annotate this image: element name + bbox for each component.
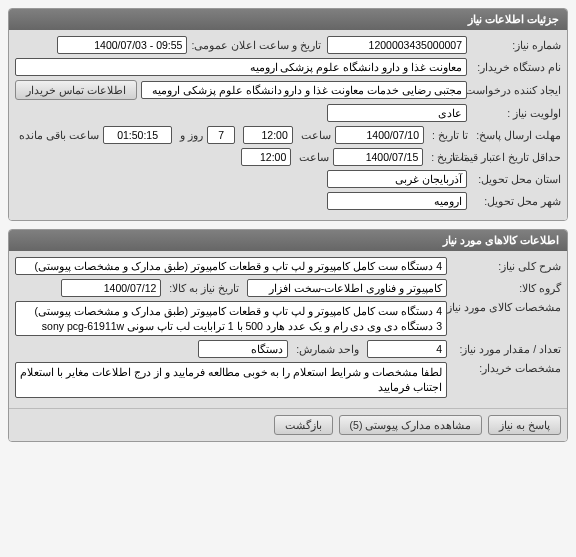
back-button[interactable]: بازگشت: [274, 415, 333, 435]
panel1-body: شماره نیاز: 1200003435000007 تاريخ و ساع…: [9, 30, 567, 220]
spec-field: 4 دستگاه ست کامل کامپیوتر و لپ تاپ و قطع…: [15, 301, 447, 336]
province-label: استان محل تحویل:: [467, 173, 561, 185]
deadline-hour-field: 12:00: [243, 126, 293, 144]
request-number-label: شماره نیاز:: [467, 39, 561, 51]
days-remaining-field: 7: [207, 126, 235, 144]
panel1-title: جزئیات اطلاعات نیاز: [468, 13, 559, 26]
need-date-label: تاریخ نیاز به کالا:: [165, 282, 239, 294]
countdown-label: ساعت باقی مانده: [15, 129, 99, 141]
requester-field: مجتبی رضایی خدمات معاونت غذا و دارو دانش…: [141, 81, 467, 99]
unit-field: دستگاه: [198, 340, 288, 358]
countdown-field: 01:50:15: [103, 126, 172, 144]
group-field: کامپیوتر و فناوری اطلاعات-سخت افزار: [247, 279, 447, 297]
footer-buttons: پاسخ به نیاز مشاهده مدارک پیوستی (5) باز…: [9, 408, 567, 441]
deadline-label: مهلت ارسال پاسخ:: [468, 129, 561, 141]
goods-info-panel: اطلاعات کالاهای مورد نیاز شرح کلی نیاز: …: [8, 229, 568, 442]
deadline-to-label: تا تاریخ :: [428, 129, 468, 141]
request-number-field: 1200003435000007: [327, 36, 467, 54]
priority-label: اولویت نیاز :: [467, 107, 561, 119]
announce-date-field: 09:55 - 1400/07/03: [57, 36, 187, 54]
notes-field: لطفا مشخصات و شرایط استعلام را به خوبی م…: [15, 362, 447, 397]
validity-hour-label: ساعت: [295, 151, 329, 163]
deadline-date-field: 1400/07/10: [335, 126, 424, 144]
reply-button[interactable]: پاسخ به نیاز: [488, 415, 561, 435]
city-label: شهر محل تحویل:: [467, 195, 561, 207]
priority-field: عادی: [327, 104, 467, 122]
org-name-label: نام دستگاه خریدار:: [467, 61, 561, 73]
city-field: ارومیه: [327, 192, 467, 210]
province-field: آذربایجان غربی: [327, 170, 467, 188]
desc-field: 4 دستگاه ست کامل کامپیوتر و لپ تاپ و قطع…: [15, 257, 447, 275]
unit-label: واحد شمارش:: [292, 343, 359, 355]
desc-label: شرح کلی نیاز:: [447, 260, 561, 272]
notes-label: مشخصات خریدار:: [447, 362, 561, 374]
deadline-hour-label: ساعت: [297, 129, 331, 141]
need-date-field: 1400/07/12: [61, 279, 161, 297]
validity-label: حداقل تاریخ اعتبار قیمت:: [467, 151, 561, 163]
announce-date-label: تاريخ و ساعت اعلان عمومی:: [187, 39, 321, 51]
org-name-field: معاونت غذا و دارو دانشگاه علوم پزشکی ارو…: [15, 58, 467, 76]
validity-hour-field: 12:00: [241, 148, 291, 166]
qty-field: 4: [367, 340, 447, 358]
days-remaining-label: روز و: [176, 129, 203, 141]
panel1-header: جزئیات اطلاعات نیاز: [9, 9, 567, 30]
contact-buyer-button[interactable]: اطلاعات تماس خریدار: [15, 80, 137, 100]
qty-label: تعداد / مقدار مورد نیاز:: [447, 343, 561, 355]
panel2-title: اطلاعات کالاهای مورد نیاز: [443, 234, 559, 247]
validity-date-field: 1400/07/15: [333, 148, 423, 166]
view-attachments-button[interactable]: مشاهده مدارک پیوستی (5): [339, 415, 483, 435]
request-details-panel: جزئیات اطلاعات نیاز شماره نیاز: 12000034…: [8, 8, 568, 221]
panel2-body: شرح کلی نیاز: 4 دستگاه ست کامل کامپیوتر …: [9, 251, 567, 408]
requester-label: ایجاد کننده درخواست:: [467, 84, 561, 96]
group-label: گروه کالا:: [447, 282, 561, 294]
panel2-header: اطلاعات کالاهای مورد نیاز: [9, 230, 567, 251]
validity-to-label: تا تاریخ :: [427, 151, 467, 163]
spec-label: مشخصات کالای مورد نیاز:: [447, 301, 561, 313]
